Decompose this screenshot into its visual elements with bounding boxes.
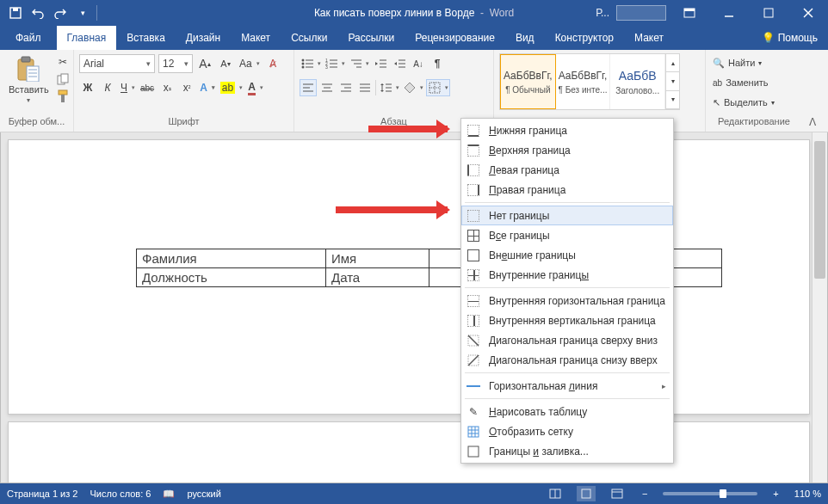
minimize-button[interactable] xyxy=(709,0,749,26)
align-left-button[interactable] xyxy=(300,79,317,96)
shading-button[interactable] xyxy=(402,79,424,96)
tab-insert[interactable]: Вставка xyxy=(116,26,176,50)
tab-mailings[interactable]: Рассылки xyxy=(337,26,405,50)
align-right-button[interactable] xyxy=(337,79,355,96)
collapse-ribbon-button[interactable]: ᐱ xyxy=(802,50,823,132)
style-normal[interactable]: АаБбВвГг, ¶ Обычный xyxy=(500,54,556,109)
border-outside-item[interactable]: Внешние границы xyxy=(461,245,673,265)
style-heading1[interactable]: АаБбВ Заголово... xyxy=(610,54,665,109)
decrease-indent-button[interactable] xyxy=(372,55,389,72)
highlight-button[interactable]: ab xyxy=(219,79,244,96)
font-size-combo[interactable]: 12▾ xyxy=(158,54,193,73)
scrollbar-thumb[interactable] xyxy=(814,141,825,279)
underline-button[interactable]: Ч xyxy=(119,79,136,96)
border-top-item[interactable]: Верхняя граница xyxy=(461,140,673,160)
find-button[interactable]: 🔍Найти▾ xyxy=(711,53,763,72)
border-diagonal-down-item[interactable]: Диагональная граница сверху вниз xyxy=(461,330,673,350)
justify-button[interactable] xyxy=(356,79,374,96)
subscript-button[interactable]: x₂ xyxy=(158,79,176,96)
border-inside-horizontal-item[interactable]: Внутренняя горизонтальная граница xyxy=(461,291,673,310)
status-language[interactable]: русский xyxy=(187,489,220,499)
maximize-button[interactable] xyxy=(749,0,788,26)
border-diagonal-up-item[interactable]: Диагональная граница снизу вверх xyxy=(461,350,673,370)
grow-font-button[interactable]: A▴ xyxy=(196,55,213,72)
paste-button[interactable]: Вставить ▾ xyxy=(5,53,53,106)
borders-and-shading-item[interactable]: Границы и заливка... xyxy=(461,441,673,461)
text-effects-button[interactable]: A xyxy=(198,79,216,96)
superscript-button[interactable]: x² xyxy=(178,79,195,96)
tab-home[interactable]: Главная xyxy=(57,26,117,50)
line-spacing-button[interactable] xyxy=(378,79,400,96)
styles-gallery[interactable]: АаБбВвГг, ¶ Обычный АаБбВвГг, ¶ Без инте… xyxy=(499,53,680,110)
ribbon-display-options-button[interactable] xyxy=(670,0,709,26)
tab-developer[interactable]: Конструктор xyxy=(545,26,624,50)
strikethrough-button[interactable]: abc xyxy=(139,79,156,96)
border-none-item[interactable]: Нет границы xyxy=(461,206,673,225)
draw-table-item[interactable]: ✎Нарисовать таблицу xyxy=(461,402,673,421)
gallery-up-button[interactable]: ▴ xyxy=(666,54,679,72)
tab-file[interactable]: Файл xyxy=(0,26,57,50)
bullets-button[interactable] xyxy=(300,55,322,72)
save-button[interactable] xyxy=(5,3,26,23)
border-bottom-item[interactable]: Нижняя граница xyxy=(461,120,673,140)
show-marks-button[interactable]: ¶ xyxy=(429,55,446,72)
qat-customize-button[interactable]: ▾ xyxy=(72,3,93,23)
replace-button[interactable]: abЗаменить xyxy=(711,73,770,92)
format-painter-button[interactable] xyxy=(56,89,70,103)
copy-button[interactable] xyxy=(56,72,70,86)
cut-button[interactable]: ✂ xyxy=(56,55,70,69)
italic-button[interactable]: К xyxy=(99,79,116,96)
sort-button[interactable]: A↓ xyxy=(410,55,427,72)
page-1[interactable]: Фамилия Имя Должность Дата xyxy=(8,139,810,415)
borders-button[interactable] xyxy=(426,79,450,96)
view-read-mode-button[interactable] xyxy=(546,486,565,501)
bold-button[interactable]: Ж xyxy=(79,79,96,96)
border-all-item[interactable]: Все границы xyxy=(461,225,673,245)
table-cell[interactable]: Фамилия xyxy=(137,249,326,268)
status-page[interactable]: Страница 1 из 2 xyxy=(7,489,77,499)
numbering-button[interactable]: 123 xyxy=(324,55,346,72)
tab-view[interactable]: Вид xyxy=(505,26,545,50)
vertical-scrollbar[interactable] xyxy=(812,132,827,482)
zoom-in-button[interactable]: + xyxy=(769,489,782,499)
view-print-layout-button[interactable] xyxy=(577,486,596,501)
clear-formatting-button[interactable]: A̷ xyxy=(264,55,281,72)
border-inside-vertical-item[interactable]: Внутренняя вертикальная граница xyxy=(461,310,673,330)
border-inside-item[interactable]: Внутренние границы xyxy=(461,265,673,285)
tab-review[interactable]: Рецензирование xyxy=(405,26,505,50)
zoom-slider[interactable] xyxy=(663,492,757,495)
horizontal-line-item[interactable]: Горизонтальная линия▸ xyxy=(461,376,673,396)
zoom-out-button[interactable]: − xyxy=(639,489,651,499)
gallery-more-button[interactable]: ▾ xyxy=(666,91,679,109)
style-no-spacing[interactable]: АаБбВвГг, ¶ Без инте... xyxy=(556,54,611,109)
tab-layout[interactable]: Макет xyxy=(231,26,281,50)
border-right-item[interactable]: Правая граница xyxy=(461,180,673,200)
redo-button[interactable] xyxy=(50,3,71,23)
multilevel-list-button[interactable] xyxy=(348,55,370,72)
tab-table-layout[interactable]: Макет xyxy=(624,26,674,50)
view-web-layout-button[interactable] xyxy=(608,486,627,501)
page-2[interactable] xyxy=(8,421,810,483)
status-word-count[interactable]: Число слов: 6 xyxy=(90,489,151,499)
zoom-level[interactable]: 110 % xyxy=(794,489,821,499)
font-color-button[interactable]: A xyxy=(246,79,264,96)
font-name-combo[interactable]: Arial▾ xyxy=(79,54,155,73)
tab-references[interactable]: Ссылки xyxy=(281,26,337,50)
border-left-item[interactable]: Левая граница xyxy=(461,160,673,180)
zoom-slider-thumb[interactable] xyxy=(720,489,726,498)
undo-button[interactable] xyxy=(28,3,48,23)
gallery-down-button[interactable]: ▾ xyxy=(666,72,679,90)
increase-indent-button[interactable] xyxy=(391,55,408,72)
select-button[interactable]: ↖Выделить▾ xyxy=(711,93,776,112)
view-gridlines-item[interactable]: Отобразить сетку xyxy=(461,421,673,441)
tab-design[interactable]: Дизайн xyxy=(176,26,231,50)
close-button[interactable] xyxy=(788,0,828,26)
align-center-button[interactable] xyxy=(318,79,336,96)
tell-me-button[interactable]: 💡Помощь xyxy=(751,32,828,44)
change-case-button[interactable]: Aa xyxy=(238,55,261,72)
table-cell[interactable]: Имя xyxy=(326,249,429,268)
status-spellcheck-icon[interactable]: 📖 xyxy=(163,489,175,500)
shrink-font-button[interactable]: A▾ xyxy=(217,55,234,72)
table-cell[interactable]: Дата xyxy=(326,268,429,287)
table-cell[interactable]: Должность xyxy=(137,268,326,287)
